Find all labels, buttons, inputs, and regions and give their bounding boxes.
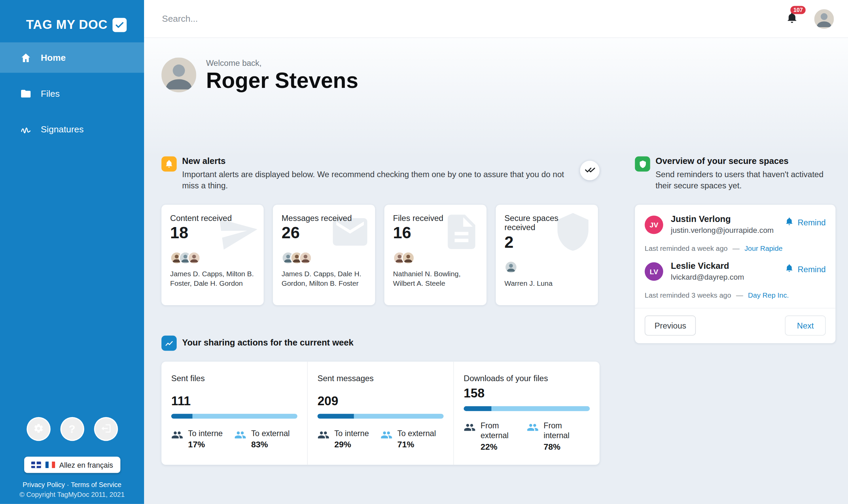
alerts-description: Important alerts are displayed below. We… — [182, 168, 571, 192]
settings-button[interactable] — [27, 417, 50, 441]
stat-half-value: 78% — [543, 442, 583, 452]
double-check-icon — [585, 165, 595, 177]
sidebar: TAG MY DOC Home Files — [0, 0, 144, 504]
sharing-title: Your sharing actions for the current wee… — [182, 337, 354, 348]
welcome-greeting: Welcome back, — [206, 58, 358, 67]
content-received-card[interactable]: Content received 18 James D. Capps, Milt… — [161, 205, 264, 305]
user-name: Roger Stevens — [206, 68, 358, 92]
alert-bell-icon — [161, 157, 177, 172]
alert-cards-row: Content received 18 James D. Capps, Milt… — [161, 205, 600, 305]
dash-separator: — — [736, 291, 743, 299]
people-icon — [381, 429, 393, 441]
stat-half-value: 29% — [334, 440, 369, 450]
card-label: Messages received — [282, 214, 368, 223]
stat-breakdown: To interne 29% To external 71 — [317, 429, 443, 450]
stat-half-label: To external — [398, 429, 436, 438]
company-link[interactable]: Jour Rapide — [744, 245, 782, 252]
card-count: 16 — [393, 224, 479, 242]
terms-link[interactable]: Terms of Service — [71, 481, 121, 489]
person-avatar — [402, 252, 415, 264]
last-reminded-line: Last reminded a week ago — Jour Rapide — [645, 245, 826, 252]
initials-avatar: LV — [645, 262, 663, 281]
sidebar-item-files[interactable]: Files — [0, 78, 144, 109]
notifications-button[interactable]: 107 — [786, 12, 798, 26]
link-separator: · — [67, 481, 69, 489]
notification-count-badge: 107 — [791, 6, 806, 14]
logo-check-icon — [113, 18, 127, 32]
privacy-policy-link[interactable]: Privacy Policy — [23, 481, 65, 489]
remind-button[interactable]: Remind — [785, 217, 826, 228]
stat-internal: To interne 17% — [171, 429, 235, 450]
card-label: Files received — [393, 214, 479, 223]
language-switch-button[interactable]: Allez en français — [24, 457, 120, 473]
user-avatar[interactable] — [814, 9, 834, 29]
card-avatars — [170, 252, 256, 264]
logout-button[interactable] — [94, 417, 118, 441]
stat-half-label: To interne — [188, 429, 223, 438]
progress-bar — [317, 414, 443, 418]
progress-bar — [464, 406, 590, 411]
secure-spaces-card: JV Justin Verlong justin.verlong@jourrap… — [635, 205, 835, 343]
search-input[interactable] — [162, 14, 786, 24]
sharing-header: Your sharing actions for the current wee… — [161, 335, 600, 351]
last-reminded-text: Last reminded 3 weeks ago — [645, 291, 731, 299]
progress-bar — [171, 414, 297, 418]
folder-icon — [20, 88, 32, 99]
sidebar-nav: Home Files Signatures — [0, 42, 144, 145]
welcome-section: Welcome back, Roger Stevens — [161, 58, 835, 92]
secure-spaces-header-text: Overview of your secure spaces Send remi… — [656, 156, 836, 192]
people-icon — [317, 429, 329, 441]
card-label: Secure spaces received — [504, 214, 590, 232]
next-button[interactable]: Next — [785, 316, 826, 336]
secure-user-row: JV Justin Verlong justin.verlong@jourrap… — [645, 215, 826, 240]
brand-logo[interactable]: TAG MY DOC — [26, 17, 144, 32]
secure-spaces-description: Send reminders to users that haven't act… — [656, 168, 836, 192]
stat-half-label: To interne — [334, 429, 369, 438]
last-reminded-text: Last reminded a week ago — [645, 245, 728, 252]
secure-user-row: LV Leslie Vickard lvickard@dayrep.com Re… — [645, 261, 826, 286]
sidebar-item-signatures[interactable]: Signatures — [0, 114, 144, 145]
people-icon — [171, 429, 183, 441]
copyright-text: © Copyright TagMyDoc 2011, 2021 — [0, 490, 144, 500]
stat-breakdown: From external 22% From internal — [464, 421, 590, 452]
left-column: New alerts Important alerts are displaye… — [161, 156, 600, 465]
card-names: James D. Capps, Milton B. Foster, Dale H… — [170, 269, 256, 288]
stat-half-label: From external — [480, 421, 519, 440]
sidebar-footer: Privacy Policy · Terms of Service © Copy… — [0, 481, 144, 500]
person-avatar — [504, 260, 517, 273]
stat-half-value: 83% — [251, 440, 290, 450]
initials-avatar: JV — [645, 216, 663, 234]
remind-label: Remind — [798, 218, 826, 227]
bell-icon — [785, 217, 794, 228]
card-names: James D. Capps, Dale H. Gordon, Milton B… — [282, 269, 368, 288]
stat-half-label: To external — [251, 429, 290, 438]
stat-half-label: From internal — [543, 421, 583, 440]
company-link[interactable]: Day Rep Inc. — [748, 291, 789, 299]
help-button[interactable]: ? — [60, 417, 84, 441]
remind-button[interactable]: Remind — [785, 264, 826, 274]
files-received-card[interactable]: Files received 16 Nathaniel N. Bowling, … — [384, 205, 486, 305]
last-reminded-line: Last reminded 3 weeks ago — Day Rep Inc. — [645, 291, 826, 299]
card-avatars — [282, 252, 368, 264]
progress-bar-fill — [464, 406, 491, 411]
sidebar-item-home[interactable]: Home — [0, 42, 144, 73]
card-count: 26 — [282, 224, 368, 242]
stat-label: Sent files — [171, 374, 297, 383]
sidebar-utilities: ? — [0, 417, 144, 441]
stat-internal: To interne 29% — [317, 429, 381, 450]
card-label: Content received — [170, 214, 256, 223]
secure-spaces-header: Overview of your secure spaces Send remi… — [635, 156, 835, 192]
app-window: TAG MY DOC Home Files — [0, 0, 848, 504]
sent-messages-stat: Sent messages 209 To interne — [307, 362, 453, 465]
alerts-title: New alerts — [182, 156, 571, 167]
secure-card-footer: Previous Next — [635, 308, 835, 343]
previous-button[interactable]: Previous — [645, 316, 696, 336]
people-icon — [464, 421, 475, 433]
right-column: Overview of your secure spaces Send remi… — [635, 156, 835, 343]
mark-all-read-button[interactable] — [580, 161, 600, 181]
messages-received-card[interactable]: Messages received 26 James D. Capps, Dal… — [273, 205, 375, 305]
person-avatar — [188, 252, 201, 264]
welcome-avatar — [161, 58, 196, 92]
secure-spaces-received-card[interactable]: Secure spaces received 2 Warren J. Luna — [496, 205, 598, 305]
stat-value: 209 — [317, 394, 443, 408]
